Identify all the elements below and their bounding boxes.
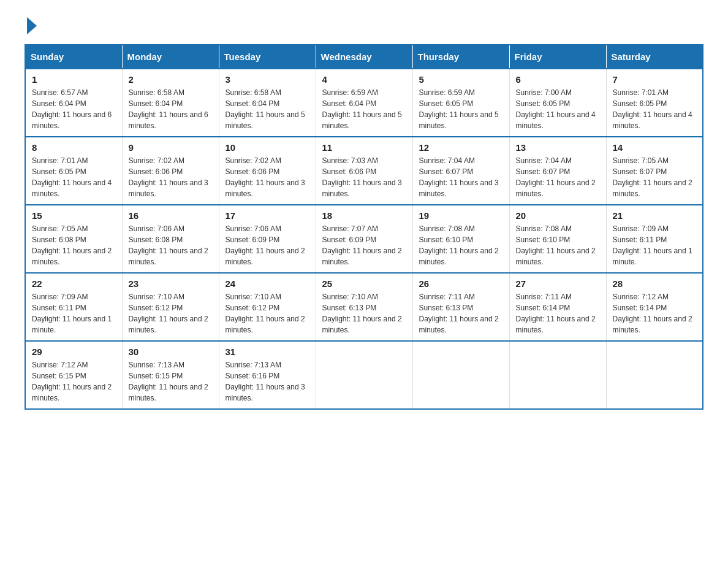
day-info: Sunrise: 6:58 AMSunset: 6:04 PMDaylight:…: [226, 87, 309, 131]
calendar-cell: 1Sunrise: 6:57 AMSunset: 6:04 PMDaylight…: [25, 69, 122, 137]
day-info: Sunrise: 6:57 AMSunset: 6:04 PMDaylight:…: [32, 87, 116, 131]
day-info: Sunrise: 7:04 AMSunset: 6:07 PMDaylight:…: [419, 155, 503, 199]
header-day-monday: Monday: [122, 45, 219, 69]
day-number: 8: [32, 142, 116, 153]
header-day-wednesday: Wednesday: [316, 45, 412, 69]
day-info: Sunrise: 7:11 AMSunset: 6:13 PMDaylight:…: [419, 291, 503, 335]
day-number: 20: [516, 210, 600, 221]
calendar-cell: 8Sunrise: 7:01 AMSunset: 6:05 PMDaylight…: [25, 137, 122, 205]
calendar-cell: [509, 341, 606, 409]
calendar-cell: 26Sunrise: 7:11 AMSunset: 6:13 PMDayligh…: [412, 273, 509, 341]
calendar-cell: 27Sunrise: 7:11 AMSunset: 6:14 PMDayligh…: [509, 273, 606, 341]
day-info: Sunrise: 7:11 AMSunset: 6:14 PMDaylight:…: [516, 291, 600, 335]
day-number: 12: [419, 142, 503, 153]
calendar-cell: 10Sunrise: 7:02 AMSunset: 6:06 PMDayligh…: [219, 137, 316, 205]
calendar-cell: 29Sunrise: 7:12 AMSunset: 6:15 PMDayligh…: [25, 341, 122, 409]
day-info: Sunrise: 7:12 AMSunset: 6:14 PMDaylight:…: [613, 291, 697, 335]
calendar-cell: 15Sunrise: 7:05 AMSunset: 6:08 PMDayligh…: [25, 205, 122, 273]
day-info: Sunrise: 7:12 AMSunset: 6:15 PMDaylight:…: [32, 359, 116, 404]
calendar-cell: 5Sunrise: 6:59 AMSunset: 6:05 PMDaylight…: [412, 69, 509, 137]
day-number: 31: [226, 347, 309, 357]
calendar-cell: 6Sunrise: 7:00 AMSunset: 6:05 PMDaylight…: [509, 69, 606, 137]
header-day-tuesday: Tuesday: [219, 45, 316, 69]
day-number: 14: [613, 142, 697, 153]
day-number: 17: [226, 210, 309, 221]
day-number: 3: [226, 74, 309, 85]
day-number: 21: [613, 210, 697, 221]
day-info: Sunrise: 7:08 AMSunset: 6:10 PMDaylight:…: [516, 223, 600, 267]
calendar-cell: 3Sunrise: 6:58 AMSunset: 6:04 PMDaylight…: [219, 69, 316, 137]
day-number: 25: [322, 278, 406, 289]
calendar-cell: 13Sunrise: 7:04 AMSunset: 6:07 PMDayligh…: [509, 137, 606, 205]
day-info: Sunrise: 7:01 AMSunset: 6:05 PMDaylight:…: [32, 155, 116, 199]
calendar-cell: 7Sunrise: 7:01 AMSunset: 6:05 PMDaylight…: [606, 69, 703, 137]
day-info: Sunrise: 7:02 AMSunset: 6:06 PMDaylight:…: [226, 155, 309, 199]
day-info: Sunrise: 7:00 AMSunset: 6:05 PMDaylight:…: [516, 87, 600, 131]
day-info: Sunrise: 7:05 AMSunset: 6:07 PMDaylight:…: [613, 155, 697, 199]
logo: [25, 18, 37, 32]
calendar-cell: 31Sunrise: 7:13 AMSunset: 6:16 PMDayligh…: [219, 341, 316, 409]
day-number: 30: [129, 347, 213, 357]
calendar-cell: 19Sunrise: 7:08 AMSunset: 6:10 PMDayligh…: [412, 205, 509, 273]
header-day-friday: Friday: [509, 45, 606, 69]
calendar-cell: [316, 341, 412, 409]
calendar-cell: 24Sunrise: 7:10 AMSunset: 6:12 PMDayligh…: [219, 273, 316, 341]
day-info: Sunrise: 7:09 AMSunset: 6:11 PMDaylight:…: [613, 223, 697, 267]
calendar-cell: 20Sunrise: 7:08 AMSunset: 6:10 PMDayligh…: [509, 205, 606, 273]
day-number: 29: [32, 347, 116, 357]
day-number: 6: [516, 74, 600, 85]
header-day-thursday: Thursday: [412, 45, 509, 69]
day-number: 22: [32, 278, 116, 289]
day-number: 16: [129, 210, 213, 221]
day-info: Sunrise: 7:08 AMSunset: 6:10 PMDaylight:…: [419, 223, 503, 267]
day-info: Sunrise: 6:59 AMSunset: 6:04 PMDaylight:…: [322, 87, 406, 131]
header-row: SundayMondayTuesdayWednesdayThursdayFrid…: [25, 45, 703, 69]
day-number: 11: [322, 142, 406, 153]
calendar-cell: 11Sunrise: 7:03 AMSunset: 6:06 PMDayligh…: [316, 137, 412, 205]
calendar-week-2: 8Sunrise: 7:01 AMSunset: 6:05 PMDaylight…: [25, 137, 703, 205]
day-number: 26: [419, 278, 503, 289]
calendar-week-5: 29Sunrise: 7:12 AMSunset: 6:15 PMDayligh…: [25, 341, 703, 409]
day-info: Sunrise: 7:07 AMSunset: 6:09 PMDaylight:…: [322, 223, 406, 267]
calendar-cell: 23Sunrise: 7:10 AMSunset: 6:12 PMDayligh…: [122, 273, 219, 341]
day-number: 1: [32, 74, 116, 85]
calendar-table: SundayMondayTuesdayWednesdayThursdayFrid…: [25, 44, 703, 410]
day-number: 19: [419, 210, 503, 221]
logo-arrow-icon: [27, 17, 37, 34]
calendar-cell: 9Sunrise: 7:02 AMSunset: 6:06 PMDaylight…: [122, 137, 219, 205]
day-number: 18: [322, 210, 406, 221]
page-header: [25, 18, 703, 32]
calendar-cell: 25Sunrise: 7:10 AMSunset: 6:13 PMDayligh…: [316, 273, 412, 341]
day-number: 27: [516, 278, 600, 289]
calendar-week-1: 1Sunrise: 6:57 AMSunset: 6:04 PMDaylight…: [25, 69, 703, 137]
day-info: Sunrise: 7:10 AMSunset: 6:12 PMDaylight:…: [226, 291, 309, 335]
day-number: 5: [419, 74, 503, 85]
calendar-cell: [606, 341, 703, 409]
calendar-cell: 12Sunrise: 7:04 AMSunset: 6:07 PMDayligh…: [412, 137, 509, 205]
day-number: 28: [613, 278, 697, 289]
day-info: Sunrise: 7:05 AMSunset: 6:08 PMDaylight:…: [32, 223, 116, 267]
day-number: 15: [32, 210, 116, 221]
header-day-saturday: Saturday: [606, 45, 703, 69]
day-number: 24: [226, 278, 309, 289]
day-info: Sunrise: 7:13 AMSunset: 6:15 PMDaylight:…: [129, 359, 213, 404]
calendar-cell: [412, 341, 509, 409]
calendar-cell: 14Sunrise: 7:05 AMSunset: 6:07 PMDayligh…: [606, 137, 703, 205]
calendar-cell: 17Sunrise: 7:06 AMSunset: 6:09 PMDayligh…: [219, 205, 316, 273]
day-info: Sunrise: 7:06 AMSunset: 6:09 PMDaylight:…: [226, 223, 309, 267]
day-number: 7: [613, 74, 697, 85]
calendar-cell: 16Sunrise: 7:06 AMSunset: 6:08 PMDayligh…: [122, 205, 219, 273]
day-info: Sunrise: 7:02 AMSunset: 6:06 PMDaylight:…: [129, 155, 213, 199]
day-info: Sunrise: 7:03 AMSunset: 6:06 PMDaylight:…: [322, 155, 406, 199]
day-number: 10: [226, 142, 309, 153]
calendar-body: 1Sunrise: 6:57 AMSunset: 6:04 PMDaylight…: [25, 69, 703, 409]
day-info: Sunrise: 7:13 AMSunset: 6:16 PMDaylight:…: [226, 359, 309, 404]
calendar-cell: 2Sunrise: 6:58 AMSunset: 6:04 PMDaylight…: [122, 69, 219, 137]
calendar-cell: 4Sunrise: 6:59 AMSunset: 6:04 PMDaylight…: [316, 69, 412, 137]
day-info: Sunrise: 7:06 AMSunset: 6:08 PMDaylight:…: [129, 223, 213, 267]
day-info: Sunrise: 6:58 AMSunset: 6:04 PMDaylight:…: [129, 87, 213, 131]
calendar-cell: 28Sunrise: 7:12 AMSunset: 6:14 PMDayligh…: [606, 273, 703, 341]
day-number: 13: [516, 142, 600, 153]
calendar-cell: 22Sunrise: 7:09 AMSunset: 6:11 PMDayligh…: [25, 273, 122, 341]
day-info: Sunrise: 6:59 AMSunset: 6:05 PMDaylight:…: [419, 87, 503, 131]
